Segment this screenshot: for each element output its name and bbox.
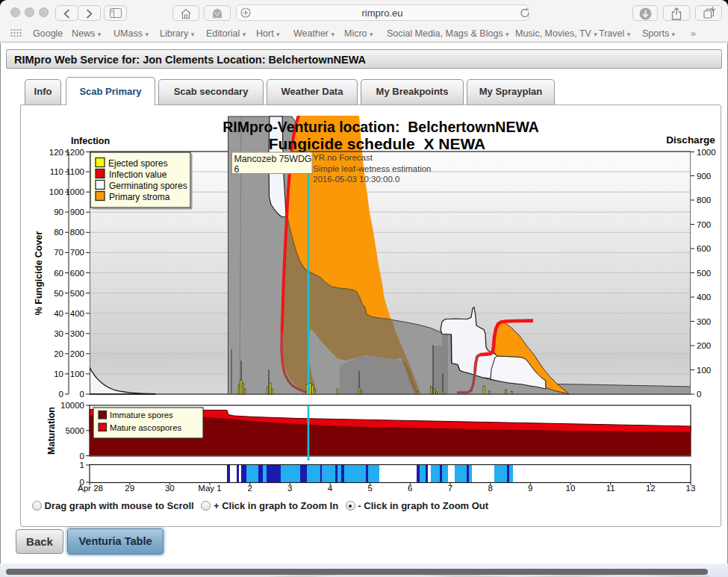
svg-text:10000: 10000 xyxy=(60,401,84,410)
svg-text:YR.no Forecast: YR.no Forecast xyxy=(313,153,373,162)
svg-text:12: 12 xyxy=(646,484,656,493)
svg-text:300: 300 xyxy=(697,317,711,326)
svg-text:30: 30 xyxy=(165,484,175,493)
svg-text:% Fungicide Cover: % Fungicide Cover xyxy=(34,231,44,316)
svg-text:100: 100 xyxy=(70,369,84,378)
svg-text:Infection value: Infection value xyxy=(109,169,167,180)
svg-text:13: 13 xyxy=(686,484,696,493)
svg-text:5: 5 xyxy=(367,484,372,493)
svg-text:1100: 1100 xyxy=(66,167,84,176)
svg-text:600: 600 xyxy=(70,269,84,278)
svg-text:Immature spores: Immature spores xyxy=(110,411,173,420)
svg-text:Infection: Infection xyxy=(71,136,110,146)
svg-text:0: 0 xyxy=(80,390,84,399)
svg-text:Simple leaf-wetness estimation: Simple leaf-wetness estimation xyxy=(313,164,432,173)
svg-text:5000: 5000 xyxy=(65,426,84,435)
svg-text:600: 600 xyxy=(697,244,711,253)
svg-text:2016-05-03 10:30:00.0: 2016-05-03 10:30:00.0 xyxy=(313,175,399,184)
svg-text:10: 10 xyxy=(566,484,576,493)
svg-text:100: 100 xyxy=(697,366,711,375)
svg-text:1200: 1200 xyxy=(65,148,84,157)
svg-text:11: 11 xyxy=(606,484,615,493)
svg-text:4: 4 xyxy=(328,484,333,493)
svg-text:40: 40 xyxy=(54,309,63,318)
svg-text:30: 30 xyxy=(54,329,63,338)
svg-text:3: 3 xyxy=(287,484,292,493)
svg-text:1000: 1000 xyxy=(697,148,716,157)
svg-text:200: 200 xyxy=(697,341,711,350)
svg-text:400: 400 xyxy=(697,293,711,302)
svg-text:0: 0 xyxy=(59,390,63,399)
svg-text:8: 8 xyxy=(488,484,492,493)
svg-text:300: 300 xyxy=(70,329,84,338)
svg-text:800: 800 xyxy=(697,196,711,205)
svg-text:Maturation: Maturation xyxy=(46,407,57,455)
svg-text:Mancozeb 75WDG: Mancozeb 75WDG xyxy=(234,154,312,164)
svg-text:Primary stroma: Primary stroma xyxy=(109,192,170,202)
svg-text:0: 0 xyxy=(80,452,84,461)
svg-text:Fungicide schedule X NEWA: Fungicide schedule X NEWA xyxy=(269,135,486,152)
svg-text:60: 60 xyxy=(54,269,63,278)
svg-text:700: 700 xyxy=(70,248,84,257)
svg-text:1000: 1000 xyxy=(65,187,84,196)
svg-text:200: 200 xyxy=(70,349,84,358)
svg-text:29: 29 xyxy=(125,484,134,493)
svg-text:500: 500 xyxy=(697,269,711,278)
svg-text:120: 120 xyxy=(49,148,63,157)
svg-text:Mature ascospores: Mature ascospores xyxy=(110,423,181,432)
svg-text:50: 50 xyxy=(54,289,63,298)
svg-text:1: 1 xyxy=(80,461,84,470)
svg-text:May 1: May 1 xyxy=(198,484,221,493)
svg-text:800: 800 xyxy=(70,228,84,237)
svg-text:0: 0 xyxy=(697,390,701,399)
svg-text:6: 6 xyxy=(234,164,240,175)
svg-text:900: 900 xyxy=(70,208,84,216)
svg-text:20: 20 xyxy=(54,349,63,358)
svg-text:6: 6 xyxy=(408,484,412,493)
svg-text:70: 70 xyxy=(54,248,63,257)
svg-text:900: 900 xyxy=(697,172,711,181)
svg-text:Apr 28: Apr 28 xyxy=(78,484,103,493)
svg-text:Ejected spores: Ejected spores xyxy=(108,158,167,169)
svg-text:100: 100 xyxy=(49,187,63,196)
svg-text:2: 2 xyxy=(247,484,252,493)
svg-text:80: 80 xyxy=(54,228,63,237)
svg-text:9: 9 xyxy=(528,484,532,493)
svg-text:110: 110 xyxy=(50,167,63,176)
svg-text:400: 400 xyxy=(70,309,84,318)
svg-text:RIMpro-Venturia location: Bel: RIMpro-Venturia location: BelchertownNEW… xyxy=(223,119,539,135)
svg-text:500: 500 xyxy=(70,289,84,298)
svg-text:700: 700 xyxy=(697,220,711,229)
svg-text:7: 7 xyxy=(448,484,452,493)
svg-text:Discharge: Discharge xyxy=(666,134,715,146)
svg-text:Germinating spores: Germinating spores xyxy=(109,181,187,191)
svg-text:90: 90 xyxy=(54,208,63,216)
svg-text:10: 10 xyxy=(54,369,63,378)
